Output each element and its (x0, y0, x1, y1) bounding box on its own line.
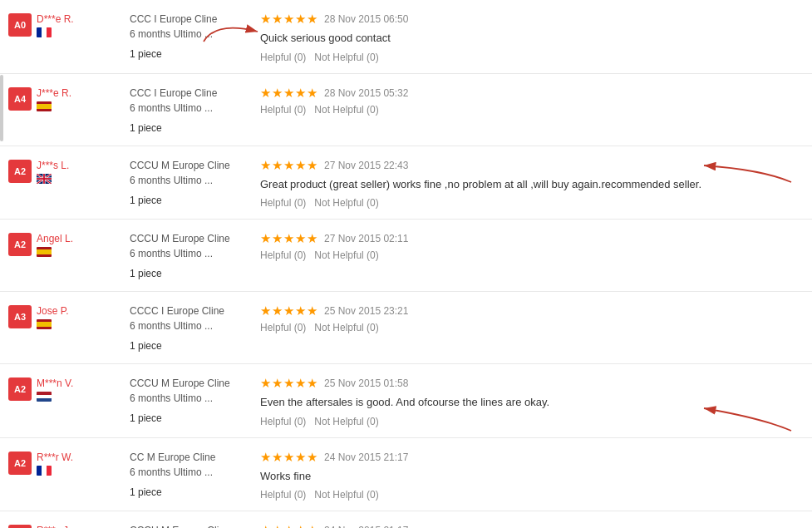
username[interactable]: J***e R. (37, 87, 71, 99)
helpful-count: (0) (294, 249, 307, 261)
review-column: ★★★★★24 Nov 2015 21:17Works fineHelpful … (253, 450, 804, 501)
star-icon: ★ (295, 450, 306, 465)
product-column: CCCU M Europe Cline6 months Ultimo ...1 … (125, 158, 253, 208)
review-header: ★★★★★27 Nov 2015 22:43 (260, 158, 804, 173)
not-helpful-button[interactable]: Not Helpful (0) (314, 322, 378, 333)
username[interactable]: R***r W. (37, 452, 73, 463)
helpful-button[interactable]: Helpful (0) (260, 104, 306, 116)
not-helpful-count: (0) (367, 104, 379, 116)
not-helpful-count: (0) (367, 197, 379, 209)
product-quantity: 1 piece (130, 266, 249, 281)
star-icon: ★ (283, 450, 294, 465)
helpful-row: Helpful (0)Not Helpful (0) (260, 322, 804, 333)
product-name: CC M Europe Cline (130, 450, 249, 465)
not-helpful-button[interactable]: Not Helpful (0) (314, 197, 378, 209)
svg-rect-4 (37, 101, 52, 104)
star-icon: ★ (283, 376, 294, 391)
product-name: CCCU M Europe Cline (130, 376, 249, 391)
product-column: CCCC I Europe Cline6 months Ultimo ...1 … (125, 303, 253, 353)
table-row: A2R***r W.CC M Europe Cline6 months Ulti… (0, 438, 812, 512)
country-flag-icon (37, 174, 52, 184)
star-icon: ★ (283, 523, 294, 528)
avatar: A2 (8, 233, 32, 256)
product-name: CCC I Europe Cline (130, 12, 249, 27)
review-header: ★★★★★24 Nov 2015 21:17 (260, 523, 804, 528)
country-flag-icon (37, 247, 52, 257)
svg-rect-28 (42, 466, 47, 476)
product-duration: 6 months Ultimo ... (130, 173, 249, 188)
review-date: 27 Nov 2015 22:43 (324, 160, 408, 171)
star-icon: ★ (295, 376, 306, 391)
helpful-button[interactable]: Helpful (0) (260, 249, 306, 261)
product-column: CCC I Europe Cline6 months Ultimo ...1 p… (125, 12, 253, 62)
product-quantity: 1 piece (130, 193, 249, 208)
user-info: M***n V. (37, 377, 73, 402)
username[interactable]: Angel L. (37, 233, 73, 244)
helpful-row: Helpful (0)Not Helpful (0) (260, 249, 804, 261)
review-date: 27 Nov 2015 02:11 (324, 233, 408, 244)
star-icon: ★ (295, 12, 306, 27)
helpful-count: (0) (294, 322, 307, 333)
star-icon: ★ (295, 523, 306, 528)
review-date: 25 Nov 2015 23:21 (324, 305, 408, 317)
table-row: A2Angel L.CCCU M Europe Cline6 months Ul… (0, 220, 812, 292)
user-info: Jose P. (37, 305, 68, 329)
svg-rect-5 (37, 104, 52, 109)
svg-rect-21 (37, 322, 52, 327)
product-quantity: 1 piece (130, 411, 249, 426)
review-header: ★★★★★25 Nov 2015 23:21 (260, 303, 804, 318)
username[interactable]: Jose P. (37, 305, 68, 317)
username[interactable]: M***n V. (37, 377, 73, 389)
helpful-button[interactable]: Helpful (0) (260, 416, 306, 427)
star-icon: ★ (283, 303, 294, 318)
not-helpful-button[interactable]: Not Helpful (0) (314, 104, 378, 116)
helpful-row: Helpful (0)Not Helpful (0) (260, 52, 804, 63)
not-helpful-button[interactable]: Not Helpful (0) (314, 52, 378, 63)
product-column: CCC I Europe Cline6 months Ultimo ...1 p… (125, 86, 253, 136)
product-duration: 6 months Ultimo ... (130, 246, 249, 261)
user-column: A4J***e R. (8, 86, 125, 111)
helpful-button[interactable]: Helpful (0) (260, 52, 306, 63)
user-column: A2J***s L. (8, 158, 125, 184)
star-icon: ★ (307, 376, 317, 391)
not-helpful-button[interactable]: Not Helpful (0) (314, 416, 378, 427)
not-helpful-button[interactable]: Not Helpful (0) (314, 249, 378, 261)
product-quantity: 1 piece (130, 47, 249, 62)
not-helpful-count: (0) (367, 52, 379, 63)
star-icon: ★ (260, 158, 271, 173)
product-name: CCCU M Europe Cline (130, 231, 249, 246)
star-icon: ★ (307, 86, 317, 101)
username[interactable]: J***s L. (37, 160, 69, 171)
review-column: ★★★★★28 Nov 2015 06:50Quick serious good… (253, 12, 804, 63)
helpful-button[interactable]: Helpful (0) (260, 489, 306, 501)
star-rating: ★★★★★ (260, 376, 317, 391)
helpful-row: Helpful (0)Not Helpful (0) (260, 197, 804, 209)
helpful-row: Helpful (0)Not Helpful (0) (260, 104, 804, 116)
star-icon: ★ (260, 303, 271, 318)
star-rating: ★★★★★ (260, 523, 317, 528)
helpful-count: (0) (294, 197, 307, 209)
star-icon: ★ (260, 231, 271, 246)
svg-rect-17 (37, 247, 52, 249)
star-icon: ★ (295, 303, 306, 318)
product-quantity: 1 piece (130, 121, 249, 136)
helpful-button[interactable]: Helpful (0) (260, 197, 306, 209)
star-rating: ★★★★★ (260, 158, 317, 173)
avatar: A0 (8, 525, 32, 528)
review-list: A0D***e R.CCC I Europe Cline6 months Ult… (0, 0, 812, 528)
svg-rect-0 (37, 27, 42, 37)
svg-rect-27 (37, 466, 42, 476)
helpful-button[interactable]: Helpful (0) (260, 322, 306, 333)
username[interactable]: R***y J. (37, 525, 71, 528)
helpful-count: (0) (294, 104, 307, 116)
product-column: CCCU M Europe Cline6 months Ultimo ...1 … (125, 231, 253, 281)
star-icon: ★ (307, 231, 317, 246)
star-rating: ★★★★★ (260, 86, 317, 101)
table-row: A2J***s L. CCCU M Europe Cline6 months U… (0, 146, 812, 220)
helpful-count: (0) (294, 52, 307, 63)
star-rating: ★★★★★ (260, 303, 317, 318)
user-column: A2M***n V. (8, 376, 125, 402)
not-helpful-button[interactable]: Not Helpful (0) (314, 489, 378, 501)
username[interactable]: D***e R. (37, 13, 74, 25)
user-info: D***e R. (37, 13, 74, 37)
